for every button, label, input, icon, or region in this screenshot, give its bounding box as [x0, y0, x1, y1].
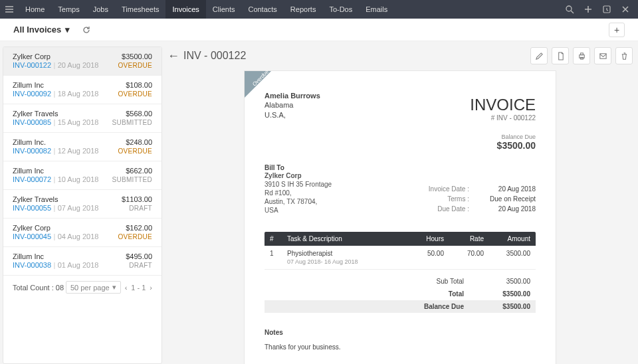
invoice-date: 12 Aug 2018: [58, 147, 99, 155]
invoice-list-item[interactable]: Zylker Travels$1103.00INV-000055 | 07 Au…: [3, 190, 161, 219]
col-hours: Hours: [404, 235, 444, 242]
amount: $3500.00: [122, 52, 152, 60]
balance-due-amount: $3500.00: [265, 140, 536, 151]
status-badge: OVERDUE: [118, 233, 152, 240]
add-icon[interactable]: [584, 5, 593, 14]
nav-tabs: HomeTempsJobsTimesheetsInvoicesClientsCo…: [19, 0, 394, 19]
list-footer: Total Count : 08 50 per page▾ ‹ 1 - 1 ›: [3, 276, 161, 299]
pager: 50 per page▾ ‹ 1 - 1 ›: [66, 281, 152, 294]
invoice-id: INV-000082: [13, 147, 51, 155]
nav-invoices[interactable]: Invoices: [165, 0, 205, 19]
svg-rect-5: [599, 53, 605, 58]
nav-reports[interactable]: Reports: [284, 0, 323, 19]
next-page-icon[interactable]: ›: [150, 284, 152, 292]
invoice-number: # INV - 000122: [265, 114, 536, 122]
invoice-sheet: Overdue Amelia Burrows Alabama U.S.A, IN…: [244, 70, 556, 364]
nav-clients[interactable]: Clients: [206, 0, 242, 19]
nav-temps[interactable]: Temps: [51, 0, 86, 19]
invoice-id: INV-000055: [13, 204, 51, 212]
tools-icon[interactable]: [621, 5, 630, 14]
refresh-icon[interactable]: [82, 25, 91, 35]
delete-button[interactable]: [615, 47, 633, 64]
total-count: Total Count : 08: [13, 284, 64, 292]
top-navbar: HomeTempsJobsTimesheetsInvoicesClientsCo…: [0, 0, 638, 19]
chevron-down-icon: ▾: [65, 25, 70, 35]
back-icon[interactable]: ←: [167, 49, 179, 63]
col-desc: Task & Description: [287, 235, 404, 242]
nav-contacts[interactable]: Contacts: [241, 0, 283, 19]
status-badge: OVERDUE: [118, 147, 152, 155]
nav-jobs[interactable]: Jobs: [86, 0, 115, 19]
amount: $248.00: [126, 138, 152, 146]
invoice-list-item[interactable]: Zylker Corp$162.00INV-000045 | 04 Aug 20…: [3, 219, 161, 247]
prev-page-icon[interactable]: ‹: [125, 284, 128, 292]
chevron-down-icon: ▾: [112, 283, 116, 292]
col-amount: Amount: [484, 235, 530, 242]
notes-text: Thanks for your business.: [265, 343, 341, 351]
invoice-date: 18 Aug 2018: [58, 90, 99, 98]
invoice-list-item[interactable]: Zillum Inc$495.00INV-000038 | 01 Aug 201…: [3, 247, 161, 276]
page-range: 1 - 1: [131, 284, 146, 292]
clock-icon[interactable]: [602, 5, 611, 14]
status-badge: SUBMITTED: [112, 119, 152, 126]
main-area: Zylker Corp$3500.00INV-000122 | 20 Aug 2…: [0, 41, 638, 364]
invoice-date: 01 Aug 2018: [58, 261, 99, 269]
svg-point-0: [566, 6, 572, 11]
status-badge: DRAFT: [129, 205, 152, 212]
invoice-list-item[interactable]: Zillum Inc.$248.00INV-000082 | 12 Aug 20…: [3, 133, 161, 161]
totals: Sub Total3500.00 Total$3500.00 Balance D…: [265, 275, 536, 313]
new-invoice-button[interactable]: +: [609, 23, 625, 37]
per-page-select[interactable]: 50 per page▾: [66, 281, 121, 294]
print-button[interactable]: [573, 47, 590, 64]
menu-icon[interactable]: [0, 5, 19, 14]
invoice-list-item[interactable]: Zillum Inc$662.00INV-000072 | 10 Aug 201…: [3, 161, 161, 190]
invoice-id: INV-000045: [13, 232, 51, 240]
search-icon[interactable]: [565, 5, 574, 14]
nav-timesheets[interactable]: Timesheets: [115, 0, 165, 19]
pdf-button[interactable]: [552, 47, 569, 64]
invoice-date: 10 Aug 2018: [58, 175, 99, 183]
balance-due-row: Balance Due$3500.00: [265, 300, 536, 313]
list-title-dropdown[interactable]: All Invoices ▾: [13, 25, 70, 35]
amount: $108.00: [126, 81, 152, 89]
col-num: #: [270, 235, 287, 242]
amount: $662.00: [126, 167, 152, 175]
client-name: Zylker Corp: [13, 52, 51, 60]
subtotal-row: Sub Total3500.00: [265, 275, 536, 288]
detail-actions: [530, 47, 633, 64]
invoice-list-item[interactable]: Zylker Corp$3500.00INV-000122 | 20 Aug 2…: [3, 47, 161, 76]
table-row: 1Physiotherapist07 Aug 2018- 16 Aug 2018…: [265, 246, 536, 270]
detail-pane: ← INV - 000122 Overdue Amelia Burrows Al…: [162, 41, 638, 364]
client-name: Zylker Corp: [13, 224, 51, 232]
meta-row: Due Date :20 Aug 2018: [403, 204, 536, 214]
invoice-id: INV-000038: [13, 261, 51, 269]
notes: Notes Thanks for your business.: [265, 329, 536, 351]
invoice-meta: Invoice Date :20 Aug 2018Terms :Due on R…: [403, 184, 536, 214]
nav-to-dos[interactable]: To-Dos: [322, 0, 359, 19]
invoice-date: 07 Aug 2018: [58, 204, 99, 212]
meta-row: Terms :Due on Receipt: [403, 194, 536, 204]
amount: $568.00: [126, 110, 152, 118]
edit-button[interactable]: [530, 47, 548, 64]
client-name: Zylker Travels: [13, 195, 58, 203]
status-badge: OVERDUE: [118, 62, 152, 69]
nav-emails[interactable]: Emails: [359, 0, 394, 19]
balance-due-block: Balance Due $3500.00: [265, 134, 536, 151]
nav-home[interactable]: Home: [19, 0, 51, 19]
status-badge: OVERDUE: [118, 90, 152, 98]
total-row: Total$3500.00: [265, 288, 536, 300]
meta-row: Invoice Date :20 Aug 2018: [403, 184, 536, 194]
invoice-list: Zylker Corp$3500.00INV-000122 | 20 Aug 2…: [3, 46, 162, 364]
table-header: # Task & Description Hours Rate Amount: [265, 232, 536, 246]
amount: $495.00: [126, 252, 152, 260]
list-title: All Invoices: [13, 25, 61, 35]
invoice-date: 04 Aug 2018: [58, 232, 99, 240]
client-name: Zillum Inc: [13, 81, 44, 89]
list-header: All Invoices ▾ +: [0, 19, 638, 41]
invoice-list-item[interactable]: Zillum Inc$108.00INV-000092 | 18 Aug 201…: [3, 76, 161, 104]
col-rate: Rate: [444, 235, 484, 242]
svg-rect-3: [580, 52, 583, 54]
invoice-list-item[interactable]: Zylker Travels$568.00INV-000085 | 15 Aug…: [3, 104, 161, 133]
email-button[interactable]: [594, 47, 611, 64]
bill-to-label: Bill To: [265, 164, 536, 171]
